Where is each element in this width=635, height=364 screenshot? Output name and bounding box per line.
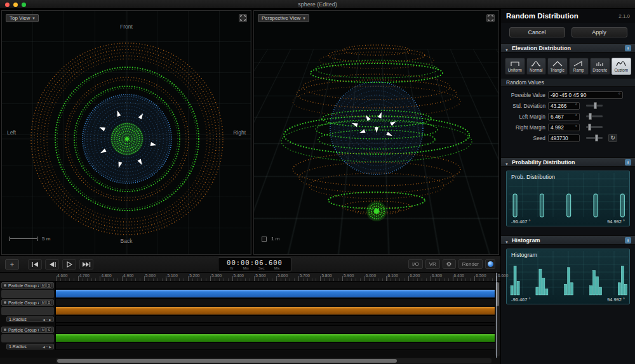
track-header-particle-group-1-copy[interactable]: Particle Group #1 copy M S [1,299,54,306]
keyframe-dot-icon [46,344,48,349]
solo-button[interactable]: S [46,283,51,288]
add-button[interactable] [5,259,19,270]
slider-knob[interactable] [594,102,597,109]
compass-right-label: Right [233,129,246,136]
info-icon[interactable] [625,237,631,244]
std-deviation-slider[interactable] [586,105,603,107]
collapsed-plate[interactable] [1,334,54,342]
close-window-button[interactable] [5,3,10,7]
info-icon[interactable] [625,159,631,166]
scale-checkbox[interactable] [262,237,267,242]
std-deviation-input[interactable]: 43.266 ° [548,102,580,110]
slider-knob[interactable] [589,113,592,120]
dist-button-normal[interactable]: Normal [526,58,547,75]
slider-knob[interactable] [595,134,598,141]
track-header-particle-group-1-copy-2[interactable]: Particle Group #1 copy M S [1,327,54,333]
normal-curve-icon [531,60,541,67]
next-keyframe-icon[interactable] [49,318,51,322]
dist-button-uniform[interactable]: Uniform [505,58,525,75]
timecode-units: Hr Min Sec Mls [218,266,291,270]
window-title: sphere (Edited) [0,1,635,8]
top-view-selector[interactable]: Top View [6,14,39,22]
mute-button[interactable]: M [41,327,46,332]
track-lane[interactable] [56,299,495,306]
track-header-cell [0,334,56,343]
play-button[interactable] [62,259,76,270]
left-margin-input[interactable]: 6.467 ° [548,113,580,120]
io-button[interactable]: I/O [408,259,423,269]
elevation-section-header[interactable]: Elevation Distribution [501,43,635,53]
possible-value-input[interactable]: -90 -45 0 45 90 ° [548,91,623,99]
solo-button[interactable]: S [46,300,51,305]
track-header-cell: Particle Group #1 copy M S [0,326,56,334]
track-header-particle-group-1[interactable]: Particle Group #1 M S [1,282,54,289]
perspective-view-canvas[interactable] [254,11,499,255]
seed-slider[interactable] [586,137,603,139]
chart-title: Prob. Distribution [511,174,555,180]
top-view-canvas[interactable] [2,11,251,255]
info-icon[interactable] [625,45,631,51]
param-lane[interactable] [56,316,495,323]
ruler-tick-label: 4.900 [123,273,133,278]
fast-forward-button[interactable] [79,259,93,270]
step-back-button[interactable] [45,259,59,270]
collapsed-plate[interactable] [1,307,54,315]
dist-button-ramp[interactable]: Ramp [569,58,589,75]
track-lane[interactable] [56,289,495,299]
x-max-label: 94.992 ° [607,219,625,224]
collapsed-plate[interactable] [1,290,54,298]
probability-section-header[interactable]: Probability Distribution [501,157,635,167]
param-header-radius-2[interactable]: 1.Radius [6,344,54,349]
right-margin-slider[interactable] [586,126,603,128]
param-lane[interactable] [56,343,495,350]
gear-icon[interactable] [443,259,456,269]
track-bar-blue[interactable] [56,290,495,297]
horizontal-scrollbar[interactable] [56,358,491,363]
histogram-section-header[interactable]: Histogram [501,235,635,245]
ruler-tick-label: 6.500 [476,273,486,278]
mute-button[interactable]: M [41,283,46,288]
render-button[interactable]: Render [458,259,483,269]
right-margin-input[interactable]: 4.992 ° [548,124,580,131]
scrollbar-thumb[interactable] [57,359,397,363]
reseed-button[interactable] [608,134,617,142]
track-lane[interactable] [56,326,495,334]
param-header-radius[interactable]: 1.Radius [6,316,54,322]
apply-button[interactable]: Apply [572,27,627,37]
timeline-ruler[interactable]: 4.6004.7004.8004.9005.0005.1005.2005.300… [0,273,500,282]
zoom-window-button[interactable] [22,3,26,7]
track-bar-green[interactable] [56,334,495,342]
prev-keyframe-icon[interactable] [43,345,45,349]
solo-button[interactable]: S [46,327,51,332]
render-sphere-icon[interactable] [485,259,495,269]
track-lane[interactable] [56,334,495,343]
mute-button[interactable]: M [41,300,46,305]
expand-viewport-button[interactable] [239,14,247,22]
perspective-viewport[interactable]: Perspective View 1 m [253,10,499,255]
dist-button-discrete[interactable]: Discrete [590,58,610,75]
collapse-triangle-icon [505,157,509,168]
seed-input[interactable]: 493730 [548,134,580,142]
next-keyframe-icon[interactable] [49,345,51,349]
minimize-window-button[interactable] [13,3,18,7]
ruler-tick-label: 6.100 [388,273,398,278]
left-margin-slider[interactable] [586,115,603,117]
perspective-view-selector[interactable]: Perspective View [258,14,309,22]
dist-button-triangle[interactable]: Triangle [547,58,568,75]
track-lane[interactable] [56,282,495,289]
slider-knob[interactable] [588,124,591,131]
track-bar-orange[interactable] [56,307,495,315]
vr-button[interactable]: VR [425,259,440,269]
track-header-cell: 1.Radius [0,316,56,323]
playhead[interactable] [496,273,497,358]
section-title: Histogram [512,237,540,244]
expand-viewport-button[interactable] [486,14,495,22]
skip-to-start-button[interactable] [28,259,42,270]
track-lane[interactable] [56,306,495,316]
dist-button-custom[interactable]: Custom [612,58,632,75]
traffic-lights [5,3,26,7]
mute-solo: M S [41,327,51,332]
prev-keyframe-icon[interactable] [43,318,45,322]
cancel-button[interactable]: Cancel [509,27,565,37]
top-view-viewport[interactable]: Front Left Right Back Top View 5 m [1,10,251,255]
